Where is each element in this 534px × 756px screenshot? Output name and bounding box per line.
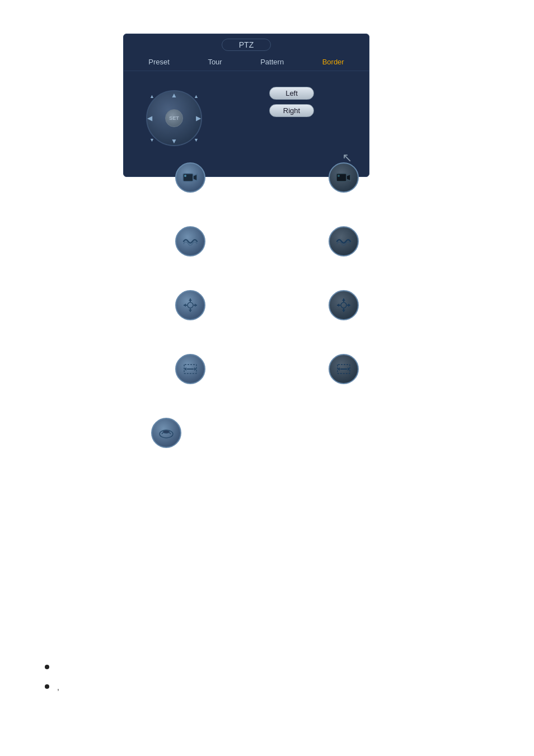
ptz-title: PTZ [222, 39, 271, 51]
wave-icon-dark[interactable] [329, 226, 359, 256]
right-button[interactable]: Right [269, 104, 314, 117]
ptz-content: ▲ ▼ ◀ ▶ ▲ ▲ ▼ ▼ SET Left Right ↖ [124, 71, 369, 165]
svg-point-5 [338, 175, 340, 177]
svg-marker-1 [193, 174, 197, 181]
icon-row-2 [0, 226, 534, 256]
svg-marker-8 [189, 298, 192, 301]
svg-marker-4 [346, 174, 350, 181]
arrow-down-icon: ▼ [171, 137, 177, 145]
wave-icon-svg-dark [335, 232, 353, 250]
svg-point-2 [184, 175, 186, 177]
border-scan-icon-light[interactable] [175, 354, 205, 384]
tab-border[interactable]: Border [318, 57, 349, 67]
bullet-section: , [45, 662, 493, 706]
bullet-item-2: , [45, 682, 493, 693]
bullet-dot-1 [45, 665, 49, 669]
ptz-panel: PTZ Preset Tour Pattern Border ▲ ▼ ◀ ▶ ▲… [123, 34, 369, 177]
bullet-text-2: , [57, 682, 59, 693]
icon-row-5 [0, 418, 534, 448]
svg-point-33 [163, 430, 170, 433]
multi-arrow-svg-dark [335, 296, 353, 314]
svg-marker-21 [337, 304, 339, 307]
arrow-right-icon: ▶ [196, 114, 201, 122]
arrow-up-icon: ▲ [171, 91, 177, 99]
arrow-upright-icon: ▲ [194, 94, 199, 99]
svg-marker-17 [342, 298, 345, 301]
border-buttons: Left Right [264, 79, 320, 157]
svg-marker-12 [184, 304, 186, 307]
multi-arrow-svg [181, 296, 199, 314]
svg-rect-0 [183, 174, 193, 181]
ptz-title-bar: PTZ [124, 34, 369, 53]
border-scan-svg-dark [335, 360, 353, 378]
fisheye-svg [157, 424, 175, 442]
wave-icon-light[interactable] [175, 226, 205, 256]
joystick-bg: ▲ ▼ ◀ ▶ ▲ ▲ ▼ ▼ SET [146, 90, 202, 146]
arrow-upleft-icon: ▲ [149, 94, 154, 99]
svg-marker-14 [195, 304, 197, 307]
left-button[interactable]: Left [269, 87, 314, 100]
svg-point-15 [341, 302, 346, 308]
tab-tour[interactable]: Tour [203, 57, 226, 67]
svg-marker-10 [189, 310, 192, 312]
icon-row-4 [0, 354, 534, 384]
multi-arrow-icon-dark[interactable] [329, 290, 359, 320]
video-record-icon-light[interactable] [175, 162, 205, 193]
border-scan-icon-dark[interactable] [329, 354, 359, 384]
bullet-item-1 [45, 662, 493, 669]
arrow-left-icon: ◀ [147, 114, 152, 122]
arrow-downleft-icon: ▼ [149, 137, 154, 143]
multi-arrow-icon-light[interactable] [175, 290, 205, 320]
joystick-area[interactable]: ▲ ▼ ◀ ▶ ▲ ▲ ▼ ▼ SET [140, 85, 208, 152]
video-icon-svg-dark [335, 169, 353, 186]
video-record-icon-dark[interactable] [329, 162, 359, 193]
svg-marker-23 [348, 304, 350, 307]
border-scan-svg [181, 360, 199, 378]
icon-row-3 [0, 290, 534, 320]
tab-preset[interactable]: Preset [144, 57, 174, 67]
fisheye-icon[interactable] [151, 418, 181, 448]
joystick-center[interactable]: SET [165, 109, 183, 127]
bullet-dot-2 [45, 684, 49, 689]
svg-rect-3 [336, 174, 346, 181]
arrow-downright-icon: ▼ [194, 137, 199, 143]
video-icon-svg [181, 169, 199, 186]
tab-pattern[interactable]: Pattern [256, 57, 288, 67]
svg-point-6 [188, 302, 193, 308]
ptz-tabs: Preset Tour Pattern Border [124, 53, 369, 71]
icon-row-1 [0, 162, 534, 193]
wave-icon-svg [181, 232, 199, 250]
svg-marker-19 [342, 310, 345, 312]
icon-grid [0, 162, 534, 482]
